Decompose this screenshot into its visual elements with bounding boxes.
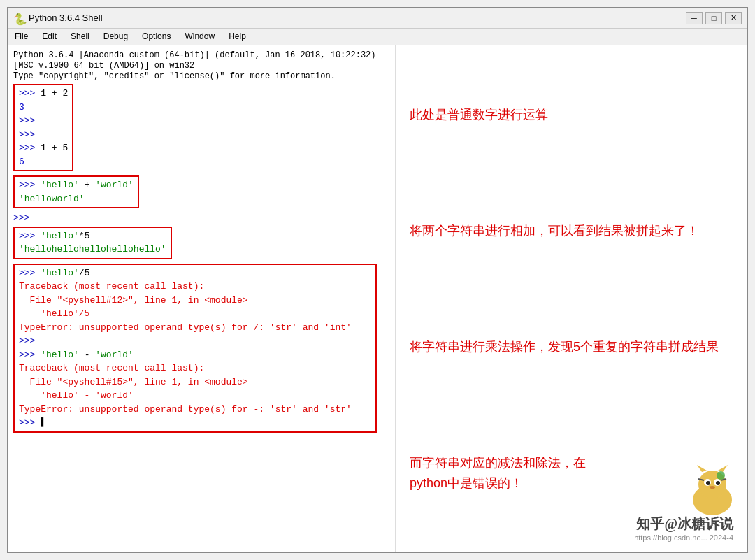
section-errors: >>> 'hello'/5 Traceback (most recent cal… bbox=[13, 264, 389, 433]
title-bar-left: 🐍 Python 3.6.4 Shell bbox=[13, 13, 103, 24]
menu-window[interactable]: Window bbox=[180, 30, 219, 43]
watermark-main: 知乎@冰糖诉说 bbox=[634, 515, 733, 533]
menu-edit[interactable]: Edit bbox=[38, 30, 61, 43]
maximize-button[interactable]: □ bbox=[705, 12, 722, 24]
shell-panel[interactable]: Python 3.6.4 |Anaconda custom (64-bit)| … bbox=[8, 45, 396, 552]
pokemon-character bbox=[684, 465, 740, 517]
shell-header-line2: Type "copyright", "credits" or "license(… bbox=[13, 71, 389, 81]
errors-box: >>> 'hello'/5 Traceback (most recent cal… bbox=[13, 264, 377, 433]
watermark-sub: https://blog.csdn.ne... 2024-4 bbox=[634, 533, 733, 542]
section-str-mul: >>> 'hello'*5 'hellohellohellohellohello… bbox=[13, 227, 389, 259]
shell-header-line1: Python 3.6.4 |Anaconda custom (64-bit)| … bbox=[13, 50, 389, 71]
annotation-3: 将字符串进行乘法操作，发现5个重复的字符串拼成结果 bbox=[410, 337, 733, 357]
menu-options[interactable]: Options bbox=[138, 30, 175, 43]
menu-help[interactable]: Help bbox=[224, 30, 250, 43]
svg-point-5 bbox=[716, 481, 720, 485]
content-area: Python 3.6.4 |Anaconda custom (64-bit)| … bbox=[8, 45, 747, 552]
menu-bar: File Edit Shell Debug Options Window Hel… bbox=[8, 29, 747, 45]
menu-shell[interactable]: Shell bbox=[66, 30, 94, 43]
str-concat-box: >>> 'hello' + 'world' 'helloworld' bbox=[13, 175, 139, 208]
window-controls[interactable]: ─ □ ✕ bbox=[686, 12, 742, 24]
menu-debug[interactable]: Debug bbox=[99, 30, 132, 43]
window-title: Python 3.6.4 Shell bbox=[29, 13, 103, 23]
annotation-2: 将两个字符串进行相加，可以看到结果被拼起来了！ bbox=[410, 221, 733, 241]
section-str-concat: >>> 'hello' + 'world' 'helloworld' bbox=[13, 175, 389, 208]
menu-file[interactable]: File bbox=[10, 30, 32, 43]
minimize-button[interactable]: ─ bbox=[686, 12, 703, 24]
title-bar: 🐍 Python 3.6.4 Shell ─ □ ✕ bbox=[8, 8, 747, 29]
svg-point-11 bbox=[717, 471, 725, 480]
arithmetic-box: >>> 1 + 2 3 >>> >>> >>> 1 + 5 6 bbox=[13, 84, 73, 171]
svg-point-4 bbox=[706, 481, 710, 485]
watermark: 知乎@冰糖诉说 https://blog.csdn.ne... 2024-4 bbox=[634, 515, 733, 542]
svg-marker-7 bbox=[718, 465, 728, 472]
annotation-panel: 此处是普通数字进行运算 将两个字符串进行相加，可以看到结果被拼起来了！ 将字符串… bbox=[396, 45, 747, 552]
pokemon-svg bbox=[684, 465, 740, 517]
str-mul-box: >>> 'hello'*5 'hellohellohellohellohello… bbox=[13, 227, 172, 259]
section-arithmetic: >>> 1 + 2 3 >>> >>> >>> 1 + 5 6 bbox=[13, 84, 389, 171]
close-button[interactable]: ✕ bbox=[725, 12, 742, 24]
svg-marker-6 bbox=[697, 465, 707, 472]
annotation-1: 此处是普通数字进行运算 bbox=[410, 105, 733, 125]
svg-point-8 bbox=[710, 486, 715, 489]
main-window: 🐍 Python 3.6.4 Shell ─ □ ✕ File Edit She… bbox=[7, 7, 748, 553]
section-after-concat: >>> bbox=[13, 211, 389, 225]
python-icon: 🐍 bbox=[13, 13, 24, 24]
